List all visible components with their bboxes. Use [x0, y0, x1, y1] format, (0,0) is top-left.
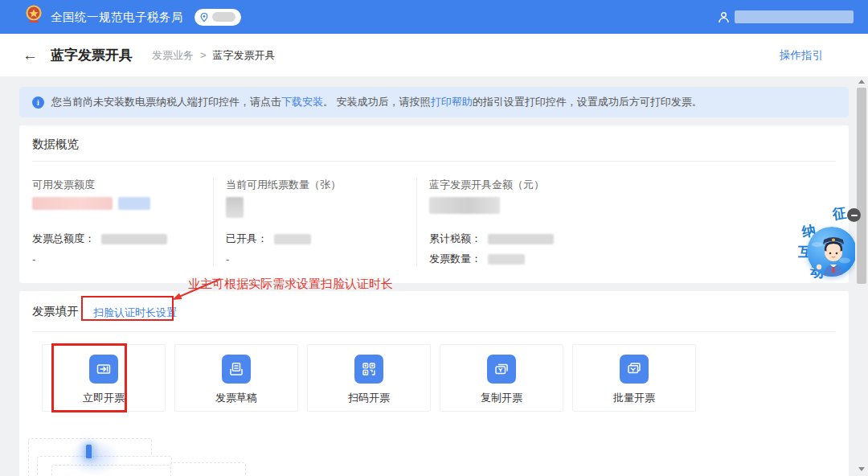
- quota-placeholder: -: [32, 252, 205, 266]
- minus-icon: [851, 215, 858, 216]
- card-invoice-draft[interactable]: 发票草稿: [174, 344, 298, 412]
- overview-col-paper: 当前可用纸票数量（张） 已开具： -: [213, 178, 416, 266]
- text-cursor: [86, 445, 92, 458]
- overview-col-amount: 蓝字发票开具金额（元） 累计税额： 发票数量：: [416, 178, 836, 266]
- operation-guide-link[interactable]: 操作指引: [780, 48, 823, 63]
- overview-title: 数据概览: [32, 137, 836, 154]
- print-help-link[interactable]: 打印帮助: [431, 96, 473, 108]
- print-plugin-notice: i 您当前尚未安装数电票纳税人端打印控件，请点击下载安装。 安装成功后，请按照打…: [19, 87, 849, 117]
- card-label: 复制开票: [481, 391, 522, 405]
- redacted-user-info[interactable]: [735, 10, 854, 23]
- tax-emblem-logo-icon: [23, 5, 44, 29]
- page-titlebar: ← 蓝字发票开具 发票业务 > 蓝字发票开具 操作指引: [0, 34, 868, 76]
- back-arrow-icon[interactable]: ←: [23, 47, 38, 63]
- location-selector[interactable]: [194, 9, 241, 26]
- breadcrumb-item-invoice-business[interactable]: 发票业务: [152, 48, 194, 63]
- card-label: 立即开票: [83, 391, 125, 405]
- total-quota-label: 发票总额度：: [32, 232, 95, 246]
- scrollbar[interactable]: [855, 76, 868, 476]
- location-pin-icon: [200, 12, 208, 23]
- scroll-down-icon[interactable]: [858, 467, 865, 471]
- download-install-link[interactable]: 下载安装: [281, 96, 323, 108]
- tax-total-label: 累计税额：: [429, 232, 481, 246]
- redacted-paper-count: [226, 197, 244, 218]
- divider: [32, 331, 836, 332]
- redacted-tax-total: [488, 234, 554, 244]
- annotation-arrow-icon: [167, 275, 225, 304]
- scroll-up-icon[interactable]: [858, 80, 865, 84]
- collapse-widget-button[interactable]: [847, 208, 861, 222]
- invoicing-title: 发票填开: [32, 304, 79, 322]
- redacted-total-quota: [101, 234, 167, 244]
- card-scan-invoice[interactable]: 扫码开票: [307, 344, 431, 412]
- redacted-quota-extra: [118, 197, 150, 210]
- issued-label: 已开具：: [226, 232, 268, 246]
- breadcrumb-separator: >: [200, 49, 207, 61]
- breadcrumb: 发票业务 > 蓝字发票开具: [152, 48, 276, 63]
- overview-col-quota: 可用发票额度 发票总额度： -: [32, 178, 213, 266]
- page-title: 蓝字发票开具: [51, 46, 133, 64]
- redacted-quota-value: [32, 197, 113, 210]
- redacted-location-value: [212, 12, 235, 22]
- person-icon: [718, 11, 730, 23]
- ticket-arrow-icon: [89, 355, 118, 384]
- invoice-count-label: 发票数量：: [429, 252, 481, 266]
- dashed-placeholder-box: [170, 462, 246, 476]
- invoice-draft-icon: [222, 355, 251, 384]
- qr-code-icon: [354, 355, 383, 384]
- app-header: 全国统一规范电子税务局: [0, 0, 868, 34]
- face-auth-duration-link[interactable]: 扫脸认证时长设置: [93, 306, 177, 320]
- notice-part1: 您当前尚未安装数电票纳税人端打印控件，请点击: [51, 96, 281, 108]
- redacted-amount-value: [429, 197, 500, 214]
- function-cards: 立即开票 发票草稿: [42, 344, 836, 412]
- main-content: i 您当前尚未安装数电票纳税人端打印控件，请点击下载安装。 安装成功后，请按照打…: [0, 76, 868, 476]
- notice-text: 您当前尚未安装数电票纳税人端打印控件，请点击下载安装。 安装成功后，请按照打印帮…: [51, 95, 702, 109]
- card-label: 发票草稿: [215, 391, 257, 405]
- copy-invoice-icon: [487, 355, 516, 384]
- card-label: 批量开票: [613, 391, 655, 405]
- assistant-char: 征: [831, 203, 847, 224]
- notice-part3: 的指引设置打印控件，设置成功后方可打印发票。: [473, 96, 702, 108]
- assistant-avatar: [807, 227, 857, 277]
- breadcrumb-item-current: 蓝字发票开具: [213, 48, 276, 63]
- redacted-invoice-count: [488, 254, 525, 265]
- scrollbar-thumb[interactable]: [857, 88, 866, 284]
- card-issue-now[interactable]: 立即开票: [42, 344, 166, 412]
- cursor-glow: [68, 439, 121, 476]
- quota-label: 可用发票额度: [32, 178, 205, 192]
- batch-invoice-icon: [620, 355, 649, 384]
- app-title: 全国统一规范电子税务局: [51, 10, 183, 25]
- notice-part2: 。 安装成功后，请按照: [323, 96, 431, 108]
- info-icon: i: [32, 96, 44, 109]
- card-label: 扫码开票: [348, 391, 390, 405]
- paper-placeholder: -: [226, 252, 408, 266]
- data-overview-panel: 数据概览 可用发票额度 发票总额度： - 当前可用纸票数量（张）: [19, 125, 849, 283]
- card-copy-invoice[interactable]: 复制开票: [440, 344, 563, 412]
- blue-invoice-amount-label: 蓝字发票开具金额（元）: [429, 178, 828, 192]
- paper-count-label: 当前可用纸票数量（张）: [226, 178, 408, 192]
- redacted-issued-count: [274, 234, 311, 244]
- card-batch-invoice[interactable]: 批量开票: [572, 344, 696, 412]
